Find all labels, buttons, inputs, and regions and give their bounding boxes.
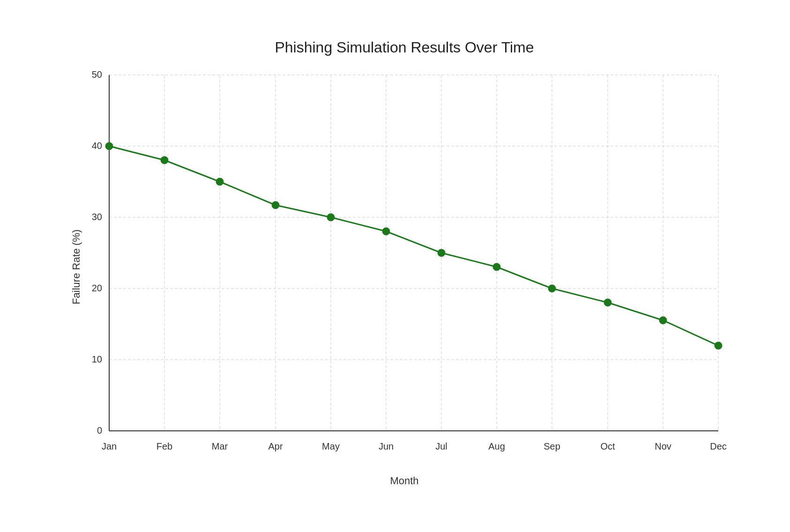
- svg-text:Nov: Nov: [655, 441, 671, 451]
- svg-text:Oct: Oct: [600, 441, 615, 451]
- svg-text:30: 30: [92, 212, 102, 222]
- x-axis-label: Month: [72, 475, 737, 487]
- data-point-jan: [105, 142, 113, 150]
- data-point-may: [327, 214, 335, 221]
- data-point-jul: [438, 249, 445, 257]
- svg-text:10: 10: [92, 354, 102, 364]
- chart-line: [109, 146, 718, 346]
- chart-title: Phishing Simulation Results Over Time: [72, 39, 737, 56]
- svg-text:Jan: Jan: [102, 441, 117, 451]
- svg-text:Jul: Jul: [435, 441, 447, 451]
- chart-area: Failure Rate (%) .grid-line { stroke: #c…: [72, 66, 737, 468]
- data-point-apr: [272, 201, 279, 209]
- data-point-dec: [715, 342, 722, 349]
- data-point-aug: [493, 263, 500, 271]
- svg-text:40: 40: [92, 140, 102, 151]
- data-point-nov: [659, 317, 667, 324]
- chart-svg: .grid-line { stroke: #cccccc; stroke-wid…: [72, 66, 737, 468]
- svg-text:Feb: Feb: [157, 441, 172, 451]
- chart-container: Phishing Simulation Results Over Time Fa…: [25, 20, 765, 512]
- data-point-feb: [161, 156, 168, 164]
- svg-text:Jun: Jun: [379, 441, 394, 451]
- data-point-mar: [216, 178, 224, 185]
- svg-text:May: May: [322, 441, 340, 451]
- data-point-jun: [382, 228, 390, 235]
- svg-text:Aug: Aug: [488, 441, 505, 451]
- svg-text:Mar: Mar: [212, 441, 228, 451]
- svg-text:50: 50: [92, 69, 102, 80]
- svg-text:20: 20: [92, 283, 102, 293]
- svg-text:Sep: Sep: [544, 441, 560, 451]
- svg-text:Dec: Dec: [710, 441, 727, 451]
- svg-text:0: 0: [97, 425, 102, 436]
- svg-text:Apr: Apr: [268, 441, 283, 451]
- y-axis-label: Failure Rate (%): [70, 229, 82, 304]
- data-point-oct: [604, 299, 611, 306]
- data-point-sep: [548, 285, 556, 292]
